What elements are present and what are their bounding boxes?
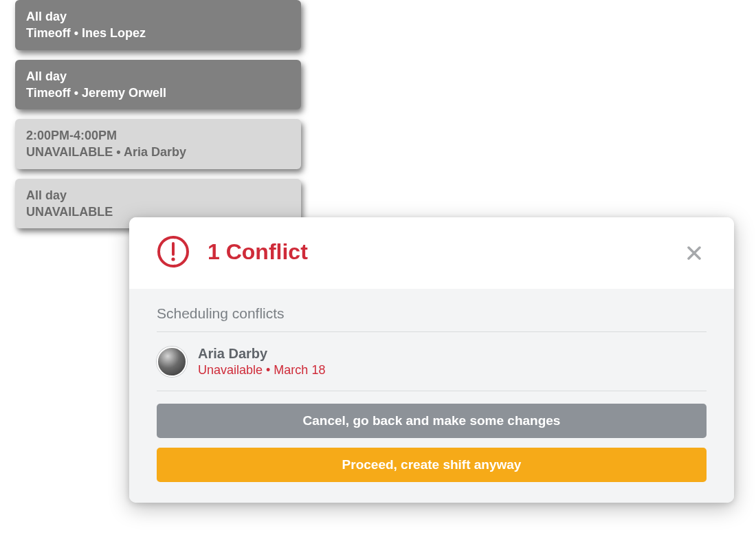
avatar [157,347,187,377]
divider [157,391,707,391]
dialog-body: Scheduling conflicts Aria Darby Unavaila… [129,289,734,503]
cancel-button[interactable]: Cancel, go back and make some changes [157,404,707,438]
event-label: UNAVAILABLE • Aria Darby [26,144,290,160]
close-button[interactable] [682,241,707,265]
event-label: Timeoff • Ines Lopez [26,25,290,41]
dialog-actions: Cancel, go back and make some changes Pr… [157,404,707,482]
event-card[interactable]: 2:00PM-4:00PM UNAVAILABLE • Aria Darby [15,119,301,169]
dialog-header: 1 Conflict [129,217,734,289]
events-column: All day Timeoff • Ines Lopez All day Tim… [15,0,301,238]
event-label: Timeoff • Jeremy Orwell [26,85,290,101]
event-time: All day [26,187,290,204]
conflict-reason: Unavailable • March 18 [198,362,325,378]
conflict-text: Aria Darby Unavailable • March 18 [198,345,325,378]
svg-point-2 [171,257,175,261]
dialog-title: 1 Conflict [208,239,308,265]
conflict-row: Aria Darby Unavailable • March 18 [157,332,707,391]
close-icon [686,245,702,261]
event-card[interactable]: All day Timeoff • Ines Lopez [15,0,301,50]
proceed-button[interactable]: Proceed, create shift anyway [157,448,707,482]
alert-icon [157,235,190,268]
conflict-person-name: Aria Darby [198,345,325,362]
event-time: All day [26,68,290,85]
event-time: All day [26,8,290,25]
section-title: Scheduling conflicts [157,305,707,331]
conflict-dialog: 1 Conflict Scheduling conflicts Aria Dar… [129,217,734,503]
event-card[interactable]: All day Timeoff • Jeremy Orwell [15,60,301,110]
event-time: 2:00PM-4:00PM [26,127,290,144]
